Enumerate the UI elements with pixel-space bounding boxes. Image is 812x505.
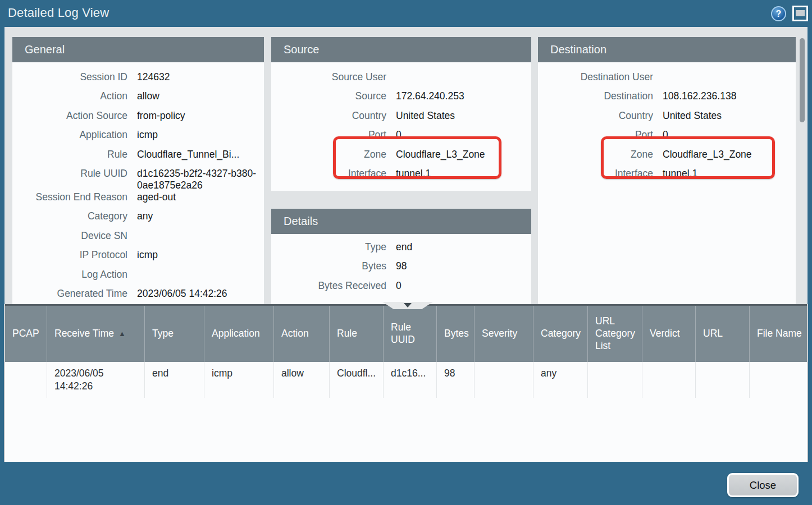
field-row: Bytes Received0 xyxy=(271,280,531,299)
chevron-down-icon xyxy=(404,303,412,307)
details-panel: Details Typeend Bytes98 Bytes Received0 xyxy=(271,209,531,305)
cell-pcap xyxy=(5,362,47,398)
column-header-receive-time[interactable]: Receive Time▲ xyxy=(47,306,145,362)
source-panel-body: Source User Source172.64.240.253 Country… xyxy=(271,62,531,187)
log-detail-content: General Session ID124632 Actionallow Act… xyxy=(4,27,808,305)
cell-url-category-list xyxy=(588,362,642,398)
cell-bytes: 98 xyxy=(437,362,475,398)
field-row: Categoryany xyxy=(12,210,264,229)
close-button[interactable]: Close xyxy=(727,473,799,497)
cell-rule: Cloudfl... xyxy=(330,362,384,398)
table-header-row: PCAP Receive Time▲ Type Application Acti… xyxy=(5,304,807,362)
column-header-application[interactable]: Application xyxy=(204,306,274,362)
cell-severity xyxy=(475,362,533,398)
field-row: Interfacetunnel.1 xyxy=(538,168,796,187)
log-table-row[interactable]: 2023/06/05 14:42:26 end icmp allow Cloud… xyxy=(5,362,807,398)
column-header-file-name[interactable]: File Name xyxy=(750,306,809,362)
field-row: Applicationicmp xyxy=(12,129,264,148)
column-header-category[interactable]: Category xyxy=(533,306,588,362)
field-row: Bytes98 xyxy=(271,260,531,279)
general-panel-body: Session ID124632 Actionallow Action Sour… xyxy=(12,62,264,305)
cell-application: icmp xyxy=(204,362,274,398)
field-row: Source172.64.240.253 xyxy=(271,90,531,109)
field-row: Typeend xyxy=(271,241,531,260)
field-row: CountryUnited States xyxy=(271,110,531,129)
column-header-severity[interactable]: Severity xyxy=(475,306,533,362)
field-row: ZoneCloudflare_L3_Zone xyxy=(538,149,796,168)
field-row: RuleCloudflare_Tunnel_Bi... xyxy=(12,149,264,168)
titlebar: Detailed Log View ? xyxy=(0,0,812,27)
detailed-log-view-dialog: Detailed Log View ? General Session ID12… xyxy=(0,0,812,505)
field-row: Destination User xyxy=(538,71,796,90)
destination-panel-header: Destination xyxy=(538,37,796,62)
column-header-url[interactable]: URL xyxy=(696,306,750,362)
field-row: Log Action xyxy=(12,269,264,288)
vertical-scrollbar-thumb[interactable] xyxy=(800,38,805,122)
field-row: Port0 xyxy=(271,129,531,148)
field-row: Actionallow xyxy=(12,90,264,109)
sort-ascending-icon: ▲ xyxy=(118,329,126,338)
field-row: Interfacetunnel.1 xyxy=(271,168,531,187)
log-entries-table: PCAP Receive Time▲ Type Application Acti… xyxy=(4,304,808,462)
source-panel: Source Source User Source172.64.240.253 … xyxy=(271,37,531,191)
field-row: Device SN xyxy=(12,230,264,249)
cell-type: end xyxy=(145,362,204,398)
column-header-bytes[interactable]: Bytes xyxy=(437,306,475,362)
window-restore-icon[interactable] xyxy=(792,6,808,21)
window-restore-icon-inner xyxy=(796,10,805,16)
field-row: CountryUnited States xyxy=(538,110,796,129)
cell-rule-uuid: d1c16... xyxy=(384,362,437,398)
cell-receive-time: 2023/06/05 14:42:26 xyxy=(47,362,145,398)
field-row: Session End Reasonaged-out xyxy=(12,191,264,210)
field-row: Session ID124632 xyxy=(12,71,264,90)
destination-panel: Destination Destination User Destination… xyxy=(538,37,796,305)
column-header-rule[interactable]: Rule xyxy=(330,306,384,362)
column-header-rule-uuid[interactable]: Rule UUID xyxy=(384,306,437,362)
field-row: ZoneCloudflare_L3_Zone xyxy=(271,149,531,168)
general-panel-header: General xyxy=(12,37,264,62)
field-row: IP Protocolicmp xyxy=(12,249,264,268)
column-header-verdict[interactable]: Verdict xyxy=(642,306,696,362)
field-row: Action Sourcefrom-policy xyxy=(12,110,264,129)
general-panel: General Session ID124632 Actionallow Act… xyxy=(12,37,264,305)
column-header-pcap[interactable]: PCAP xyxy=(5,306,47,362)
field-row: Destination108.162.236.138 xyxy=(538,90,796,109)
details-panel-body: Typeend Bytes98 Bytes Received0 xyxy=(271,234,531,299)
field-row: Port0 xyxy=(538,129,796,148)
destination-panel-body: Destination User Destination108.162.236.… xyxy=(538,62,796,187)
field-row: Rule UUIDd1c16235-b2f2-4327-b380-0ae1875… xyxy=(12,168,264,191)
dialog-title: Detailed Log View xyxy=(8,6,109,20)
cell-verdict xyxy=(642,362,696,398)
field-row: Source User xyxy=(271,71,531,90)
field-row: Generated Time2023/06/05 14:42:26 xyxy=(12,288,264,305)
cell-url xyxy=(696,362,750,398)
column-header-url-category-list[interactable]: URL Category List xyxy=(588,306,642,362)
details-panel-header: Details xyxy=(271,209,531,234)
help-icon[interactable]: ? xyxy=(771,6,786,21)
cell-file-name xyxy=(750,362,809,398)
cell-category: any xyxy=(533,362,588,398)
column-header-action[interactable]: Action xyxy=(274,306,330,362)
column-header-type[interactable]: Type xyxy=(145,306,204,362)
cell-action: allow xyxy=(274,362,330,398)
source-panel-header: Source xyxy=(271,37,531,62)
